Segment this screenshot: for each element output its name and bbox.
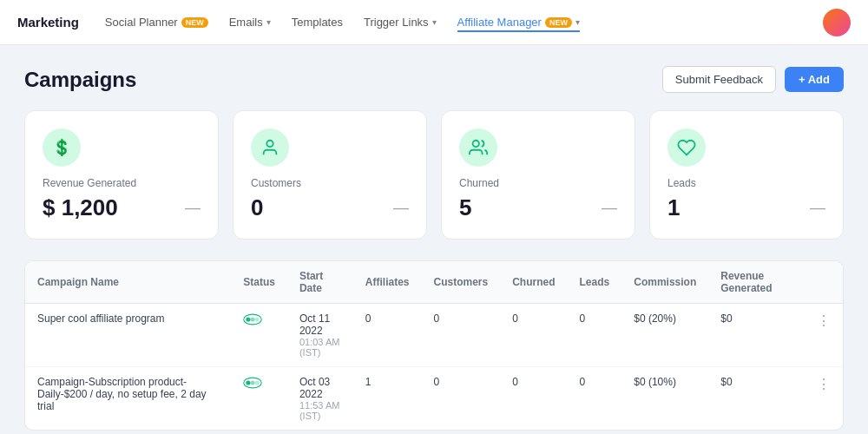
campaign-affiliates-1: 0 — [353, 304, 422, 367]
campaign-customers-1: 0 — [422, 304, 501, 367]
svg-point-8 — [251, 380, 255, 385]
emails-chevron-icon: ▾ — [266, 17, 271, 27]
page-header: Campaigns Submit Feedback + Add — [24, 66, 844, 93]
table-row: Super cool affiliate program Oc — [25, 304, 843, 367]
revenue-value: $ 1,200 — [43, 194, 118, 221]
campaign-actions-1[interactable]: ⋮ — [805, 304, 843, 367]
customers-dash: — — [393, 199, 409, 217]
campaign-affiliates-2: 1 — [353, 367, 422, 431]
leads-icon — [667, 128, 706, 167]
campaign-revenue-2: $0 — [708, 367, 805, 431]
col-actions — [805, 261, 843, 304]
svg-point-7 — [247, 380, 251, 385]
affiliate-manager-chevron-icon: ▾ — [575, 17, 580, 27]
customers-icon — [251, 128, 289, 167]
revenue-icon: 💲 — [43, 128, 81, 167]
customers-value: 0 — [251, 194, 263, 221]
col-leads: Leads — [568, 261, 622, 304]
table-row: Campaign-Subscription product- Daily-$20… — [25, 367, 843, 431]
campaign-commission-2: $0 (10%) — [621, 367, 708, 431]
leads-value: 1 — [667, 194, 680, 221]
svg-point-9 — [255, 380, 260, 385]
campaigns-table-container: Campaign Name Status Start Date Affiliat… — [24, 260, 844, 431]
campaign-name-1: Super cool affiliate program — [25, 304, 231, 367]
svg-point-3 — [247, 317, 251, 321]
col-campaign-name: Campaign Name — [25, 261, 231, 304]
campaign-actions-2[interactable]: ⋮ — [805, 367, 843, 431]
svg-point-5 — [255, 317, 260, 321]
leads-dash: — — [810, 199, 825, 217]
churned-value: 5 — [459, 194, 471, 221]
stat-card-churned: Churned 5 — — [441, 110, 635, 240]
page-title: Campaigns — [24, 68, 136, 92]
header-actions: Submit Feedback + Add — [662, 66, 844, 93]
svg-point-0 — [266, 141, 273, 147]
nav-item-social-planner[interactable]: Social Planner new — [105, 12, 208, 32]
campaign-commission-1: $0 (20%) — [621, 304, 708, 367]
campaign-revenue-1: $0 — [708, 304, 805, 367]
nav-item-templates[interactable]: Templates — [292, 12, 343, 32]
status-active-icon — [243, 314, 262, 329]
col-affiliates: Affiliates — [353, 261, 422, 304]
revenue-label: Revenue Generated — [43, 177, 201, 189]
churned-icon — [459, 128, 497, 167]
svg-point-1 — [473, 141, 479, 147]
col-commission: Commission — [621, 261, 708, 304]
col-start-date: Start Date — [287, 261, 353, 304]
svg-point-4 — [251, 317, 255, 321]
campaign-customers-2: 0 — [422, 367, 501, 431]
campaign-churned-1: 0 — [500, 304, 567, 367]
campaign-start-date-2: Oct 03 2022 11:53 AM (IST) — [287, 367, 353, 431]
stat-card-leads: Leads 1 — — [649, 110, 844, 240]
campaigns-table: Campaign Name Status Start Date Affiliat… — [25, 261, 843, 430]
customers-label: Customers — [251, 177, 409, 189]
col-churned: Churned — [500, 261, 567, 304]
nav-item-emails[interactable]: Emails ▾ — [229, 12, 271, 32]
campaign-status-2 — [231, 367, 287, 431]
leads-label: Leads — [667, 177, 825, 189]
brand-logo: Marketing — [17, 15, 79, 30]
churned-label: Churned — [459, 177, 617, 189]
campaign-leads-2: 0 — [568, 367, 622, 431]
col-customers: Customers — [422, 261, 501, 304]
nav-item-affiliate-manager[interactable]: Affiliate Manager new ▾ — [457, 12, 580, 32]
campaign-start-date-1: Oct 11 2022 01:03 AM (IST) — [287, 304, 353, 367]
stat-card-revenue: 💲 Revenue Generated $ 1,200 — — [24, 110, 219, 240]
col-revenue: Revenue Generated — [708, 261, 805, 304]
status-active-icon — [243, 378, 262, 392]
submit-feedback-button[interactable]: Submit Feedback — [662, 66, 776, 93]
campaign-churned-2: 0 — [500, 367, 567, 431]
stat-card-customers: Customers 0 — — [233, 110, 427, 240]
revenue-dash: — — [185, 199, 201, 217]
nav-item-trigger-links[interactable]: Trigger Links ▾ — [364, 12, 437, 32]
trigger-links-chevron-icon: ▾ — [432, 17, 437, 27]
stat-cards-container: 💲 Revenue Generated $ 1,200 — Customers … — [24, 110, 844, 240]
table-header-row: Campaign Name Status Start Date Affiliat… — [25, 261, 843, 304]
campaign-status-1 — [231, 304, 287, 367]
campaign-name-2: Campaign-Subscription product- Daily-$20… — [25, 367, 231, 431]
churned-dash: — — [602, 199, 617, 217]
add-button[interactable]: + Add — [785, 67, 844, 92]
campaign-leads-1: 0 — [568, 304, 622, 367]
user-avatar[interactable] — [823, 9, 851, 36]
main-content: Campaigns Submit Feedback + Add 💲 Revenu… — [0, 45, 868, 434]
col-status: Status — [231, 261, 287, 304]
top-navigation: Marketing Social Planner new Emails ▾ Te… — [0, 0, 868, 45]
